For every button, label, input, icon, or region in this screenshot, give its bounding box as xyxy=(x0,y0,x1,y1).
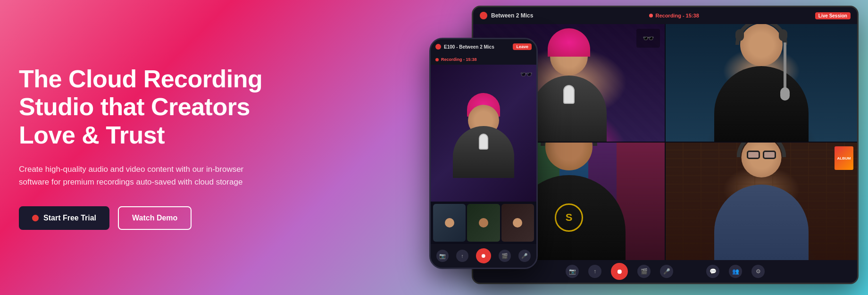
phone-recording-timer: Recording - 15:38 xyxy=(441,57,477,62)
hero-section: The Cloud Recording Studio that Creators… xyxy=(0,0,868,295)
hero-text-block: The Cloud Recording Studio that Creators… xyxy=(19,65,311,230)
corner-art-1: ALBUM xyxy=(835,146,853,170)
t1-face xyxy=(445,218,454,228)
stand-head xyxy=(780,87,790,101)
t2-face xyxy=(479,218,488,228)
p1-hair xyxy=(548,28,590,57)
thumb-2-content xyxy=(467,204,500,242)
devices-container: Between 2 Mics Recording - 15:38 Live Se… xyxy=(349,0,868,295)
tablet-show-name: Between 2 Mics xyxy=(480,12,533,19)
tablet-show-title: Between 2 Mics xyxy=(491,12,533,19)
video-icon-btn[interactable]: 🎬 xyxy=(637,265,651,278)
phone-thumb-3 xyxy=(501,204,534,242)
headphones-right xyxy=(779,29,787,41)
phone-show-name: E100 - Between 2 Mics xyxy=(435,44,494,50)
decoration-glasses: 🕶️ xyxy=(636,29,660,48)
phone-topbar: E100 - Between 2 Mics Leave xyxy=(431,39,536,54)
mic-prop xyxy=(563,85,575,104)
watch-demo-button[interactable]: Watch Demo xyxy=(118,206,192,230)
p4-body xyxy=(714,185,809,260)
mic-icon-btn[interactable]: 🎤 xyxy=(660,265,673,278)
phone-ui: E100 - Between 2 Mics Leave Recording - … xyxy=(431,39,536,268)
phone-main-video: 🕶️ xyxy=(431,65,536,202)
phone-mic-icon xyxy=(435,44,441,50)
video-cell-4: ALBUM xyxy=(666,143,857,260)
rec-dot-icon xyxy=(649,14,653,17)
phone-rec-dot xyxy=(435,58,439,61)
phone-person-container xyxy=(431,65,536,202)
record-button[interactable]: ⏺ xyxy=(611,263,628,280)
trial-label: Start Free Trial xyxy=(43,214,96,222)
hero-subtitle: Create high-quality audio and video cont… xyxy=(19,163,274,188)
cta-buttons: Start Free Trial Watch Demo xyxy=(19,206,311,230)
phone-mic-btn[interactable]: 🎤 xyxy=(518,250,531,262)
camera-icon-btn[interactable]: 📷 xyxy=(566,265,579,278)
start-trial-button[interactable]: Start Free Trial xyxy=(19,206,109,230)
phone-mockup: E100 - Between 2 Mics Leave Recording - … xyxy=(429,38,538,269)
person-2-art xyxy=(709,24,813,142)
phone-thumb-2 xyxy=(467,204,500,242)
upload-icon-btn[interactable]: ↑ xyxy=(588,265,601,278)
recording-timer: Recording - 15:38 xyxy=(655,13,699,18)
record-dot-icon xyxy=(32,215,39,221)
person-1-art xyxy=(526,24,611,142)
mic-stand-right xyxy=(766,42,804,99)
headphones-left xyxy=(735,29,744,41)
thumb-3-content xyxy=(501,204,534,242)
video-cell-2 xyxy=(666,24,857,142)
p4-headphones xyxy=(737,143,786,157)
settings-icon-btn[interactable]: ⚙ xyxy=(751,265,765,278)
stand-pole xyxy=(784,42,786,90)
t3-face xyxy=(513,218,522,228)
mic-icon xyxy=(480,12,487,19)
person-4-art xyxy=(709,143,813,260)
phone-record-button[interactable]: ⏺ xyxy=(476,248,491,263)
chat-icon-btn[interactable]: 💬 xyxy=(706,265,719,278)
phone-show-title: E100 - Between 2 Mics xyxy=(444,44,494,50)
thumb-1-content xyxy=(433,204,466,242)
phone-video-btn[interactable]: 🎬 xyxy=(499,250,511,262)
demo-label: Watch Demo xyxy=(132,214,177,222)
phone-recording-bar: Recording - 15:38 xyxy=(431,54,536,65)
logo-circle: S xyxy=(555,203,583,232)
phone-camera-btn[interactable]: 📷 xyxy=(436,250,449,262)
p3-headphones xyxy=(541,143,597,146)
tablet-topbar: Between 2 Mics Recording - 15:38 Live Se… xyxy=(473,7,857,24)
phone-upload-btn[interactable]: ↑ xyxy=(456,250,468,262)
phone-thumbnails xyxy=(431,202,536,244)
leave-button[interactable]: Leave xyxy=(513,43,532,50)
person-2 xyxy=(666,24,857,142)
phone-bottombar: 📷 ↑ ⏺ 🎬 🎤 xyxy=(431,244,536,268)
person-4 xyxy=(666,143,857,260)
phone-thumb-1 xyxy=(433,204,466,242)
live-badge: Live Session xyxy=(815,12,851,19)
phone-mic xyxy=(479,134,488,150)
recording-status: Recording - 15:38 xyxy=(649,13,699,18)
p3-head xyxy=(545,143,593,170)
hero-title: The Cloud Recording Studio that Creators… xyxy=(19,65,311,150)
people-icon-btn[interactable]: 👥 xyxy=(729,265,742,278)
